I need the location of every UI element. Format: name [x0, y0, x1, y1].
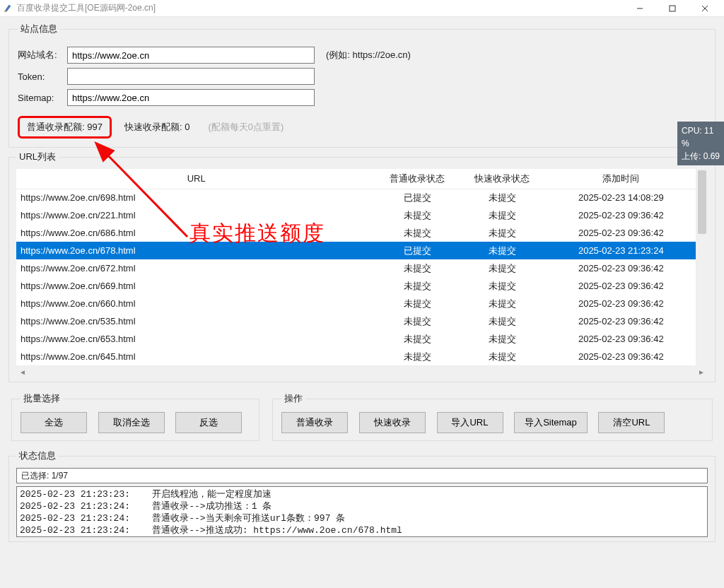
svg-rect-1	[670, 6, 675, 11]
cell-s1: 未提交	[376, 259, 457, 277]
quota-hint: (配额每天0点重置)	[208, 121, 284, 134]
cell-s2: 未提交	[458, 224, 547, 242]
normal-submit-button[interactable]: 普通收录	[281, 412, 348, 433]
cell-s2: 未提交	[458, 259, 547, 277]
cell-s1: 未提交	[376, 312, 457, 330]
table-row[interactable]: https://www.2oe.cn/221.html未提交未提交2025-02…	[16, 206, 696, 224]
window-maximize-button[interactable]	[656, 0, 689, 17]
cell-s2: 未提交	[458, 277, 547, 295]
cell-s1: 已提交	[376, 242, 457, 259]
app-icon	[3, 4, 13, 13]
log-output[interactable]: 2025-02-23 21:23:23: 开启线程池，能一定程度加速 2025-…	[16, 486, 708, 537]
selected-count: 已选择: 1/97	[16, 468, 708, 483]
quota-fast: 快速收录配额: 0	[124, 121, 189, 134]
batch-select-legend: 批量选择	[21, 392, 63, 405]
status-group: 状态信息 已选择: 1/97 2025-02-23 21:23:23: 开启线程…	[8, 449, 716, 542]
cell-time: 2025-02-23 09:36:42	[547, 295, 696, 312]
sitemap-input[interactable]	[67, 89, 315, 106]
cell-s1: 已提交	[376, 189, 457, 206]
cell-s1: 未提交	[376, 277, 457, 295]
cell-time: 2025-02-23 09:36:42	[547, 277, 696, 295]
site-info-legend: 站点信息	[18, 23, 60, 35]
cell-s2: 未提交	[458, 312, 547, 330]
window-title-bar: 百度收录提交工具[OE源码网-2oe.cn]	[0, 0, 724, 17]
sitemap-label: Sitemap:	[18, 93, 67, 103]
cell-s2: 未提交	[458, 330, 547, 348]
table-row[interactable]: https://www.2oe.cn/645.html未提交未提交2025-02…	[16, 348, 696, 365]
cell-url: https://www.2oe.cn/678.html	[16, 242, 376, 259]
table-row[interactable]: https://www.2oe.cn/535.html未提交未提交2025-02…	[16, 312, 696, 330]
cell-time: 2025-02-23 09:36:42	[547, 224, 696, 242]
cpu-meter: CPU: 11 %	[682, 124, 721, 150]
cell-time: 2025-02-23 09:36:42	[547, 312, 696, 330]
cell-url: https://www.2oe.cn/221.html	[16, 206, 376, 224]
cell-url: https://www.2oe.cn/660.html	[16, 295, 376, 312]
table-row[interactable]: https://www.2oe.cn/678.html已提交未提交2025-02…	[16, 242, 696, 259]
cell-url: https://www.2oe.cn/672.html	[16, 259, 376, 277]
table-row[interactable]: https://www.2oe.cn/660.html未提交未提交2025-02…	[16, 295, 696, 312]
scroll-right-icon[interactable]: ►	[698, 368, 705, 376]
cell-s2: 未提交	[458, 295, 547, 312]
cell-s2: 未提交	[458, 189, 547, 206]
batch-select-group: 批量选择 全选 取消全选 反选	[11, 392, 259, 441]
table-row[interactable]: https://www.2oe.cn/653.html未提交未提交2025-02…	[16, 330, 696, 348]
operations-group: 操作 普通收录 快速收录 导入URL 导入Sitemap 清空URL	[272, 392, 713, 441]
cell-s1: 未提交	[376, 330, 457, 348]
cell-s1: 未提交	[376, 348, 457, 365]
status-legend: 状态信息	[16, 449, 59, 462]
table-row[interactable]: https://www.2oe.cn/698.html已提交未提交2025-02…	[16, 189, 696, 206]
import-url-button[interactable]: 导入URL	[437, 412, 503, 433]
cell-url: https://www.2oe.cn/669.html	[16, 277, 376, 295]
window-title: 百度收录提交工具[OE源码网-2oe.cn]	[17, 2, 156, 14]
cell-s1: 未提交	[376, 206, 457, 224]
cell-url: https://www.2oe.cn/698.html	[16, 189, 376, 206]
url-list-legend: URL列表	[16, 151, 59, 163]
window-close-button[interactable]	[689, 0, 721, 17]
invert-select-button[interactable]: 反选	[175, 412, 242, 433]
cell-url: https://www.2oe.cn/653.html	[16, 330, 376, 348]
url-table[interactable]: URL 普通收录状态 快速收录状态 添加时间 https://www.2oe.c…	[16, 169, 696, 365]
cell-time: 2025-02-23 09:36:42	[547, 259, 696, 277]
cell-time: 2025-02-23 14:08:29	[547, 189, 696, 206]
cell-s2: 未提交	[458, 348, 547, 365]
system-meter: CPU: 11 % 上传: 0.69	[677, 122, 724, 165]
window-minimize-button[interactable]	[624, 0, 656, 17]
domain-input[interactable]	[67, 47, 315, 64]
token-label: Token:	[18, 71, 67, 82]
site-info-group: 站点信息 网站域名: (例如: https://2oe.cn) Token: S…	[8, 23, 716, 148]
cell-url: https://www.2oe.cn/645.html	[16, 348, 376, 365]
table-row[interactable]: https://www.2oe.cn/672.html未提交未提交2025-02…	[16, 259, 696, 277]
domain-label: 网站域名:	[18, 49, 67, 61]
col-s2[interactable]: 快速收录状态	[458, 169, 547, 189]
quota-normal: 普通收录配额: 997	[18, 116, 112, 139]
cell-s2: 未提交	[458, 242, 547, 259]
cell-time: 2025-02-23 09:36:42	[547, 206, 696, 224]
horizontal-scrollbar[interactable]: ◄ ►	[16, 365, 708, 377]
cell-time: 2025-02-23 21:23:24	[547, 242, 696, 259]
token-input[interactable]	[67, 68, 315, 85]
cell-url: https://www.2oe.cn/686.html	[16, 224, 376, 242]
table-row[interactable]: https://www.2oe.cn/669.html未提交未提交2025-02…	[16, 277, 696, 295]
cell-url: https://www.2oe.cn/535.html	[16, 312, 376, 330]
url-list-group: URL列表 URL 普通收录状态 快速收录状态 添加时间 https://www…	[8, 151, 716, 382]
deselect-all-button[interactable]: 取消全选	[98, 412, 165, 433]
table-row[interactable]: https://www.2oe.cn/686.html未提交未提交2025-02…	[16, 224, 696, 242]
cell-time: 2025-02-23 09:36:42	[547, 348, 696, 365]
clear-url-button[interactable]: 清空URL	[598, 412, 665, 433]
col-s1[interactable]: 普通收录状态	[376, 169, 457, 189]
fast-submit-button[interactable]: 快速收录	[359, 412, 426, 433]
import-sitemap-button[interactable]: 导入Sitemap	[514, 412, 588, 433]
col-time[interactable]: 添加时间	[547, 169, 696, 189]
scroll-left-icon[interactable]: ◄	[19, 368, 26, 376]
domain-hint: (例如: https://2oe.cn)	[326, 49, 411, 61]
select-all-button[interactable]: 全选	[21, 412, 87, 433]
cell-s2: 未提交	[458, 206, 547, 224]
cell-s1: 未提交	[376, 295, 457, 312]
cell-s1: 未提交	[376, 224, 457, 242]
upload-meter: 上传: 0.69	[682, 150, 721, 163]
vertical-scrollbar[interactable]	[696, 169, 708, 365]
operations-legend: 操作	[281, 392, 305, 405]
cell-time: 2025-02-23 09:36:42	[547, 330, 696, 348]
col-url[interactable]: URL	[16, 169, 376, 189]
